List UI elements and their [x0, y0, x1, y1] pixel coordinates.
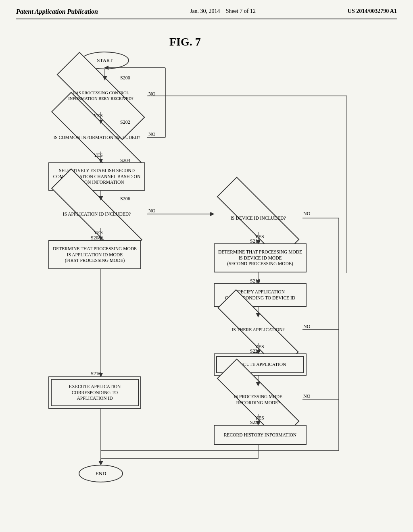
- s200-yes-label: YES: [94, 113, 103, 119]
- s222-no-label: NO: [303, 393, 310, 399]
- s200-no-label: NO: [148, 91, 155, 97]
- s202-yes-label: YES: [94, 152, 103, 158]
- diagram-area: FIG. 7 START S200 HAS PROCESSING CONTROL…: [16, 31, 397, 495]
- s206-no-label: NO: [148, 208, 155, 214]
- s224-rect: RECORD HISTORY INFORMATION: [214, 425, 307, 445]
- header: Patent Application Publication Jan. 30, …: [16, 8, 397, 19]
- header-left: Patent Application Publication: [16, 8, 98, 15]
- s222-diamond: IS PROCESSING MODE RECORDING MODE?: [214, 386, 302, 414]
- s202-no-label: NO: [148, 131, 155, 137]
- s214-rect: DETERMINE THAT PROCESSING MODE IS DEVICE…: [214, 243, 307, 272]
- page: Patent Application Publication Jan. 30, …: [0, 0, 413, 532]
- fig-title: FIG. 7: [169, 35, 201, 48]
- s206-yes-label: YES: [94, 230, 103, 236]
- s218-diamond: IS THERE APPLICATION?: [214, 317, 302, 343]
- s210-label: S210: [91, 371, 101, 377]
- end-oval: END: [79, 465, 123, 482]
- s210-rect: EXECUTE APPLICATION CORRESPONDING TO APP…: [48, 376, 141, 409]
- s212-diamond: IS DEVICE ID INCLUDED?: [214, 204, 302, 232]
- s202-diamond: IS COMMON INFORMATION INCLUDED?: [46, 123, 147, 152]
- header-right: US 2014/0032790 A1: [348, 8, 397, 15]
- s206-diamond: IS APPLICATION ID INCLUDED?: [46, 200, 147, 228]
- header-center: Jan. 30, 2014 Sheet 7 of 12: [190, 8, 256, 15]
- s218-yes-label: YES: [255, 344, 264, 350]
- s222-yes-label: YES: [255, 415, 264, 421]
- s212-no-label: NO: [303, 211, 310, 217]
- s212-yes-label: YES: [255, 234, 264, 240]
- s218-no-label: NO: [303, 324, 310, 330]
- s208-rect: DETERMINE THAT PROCESSING MODE IS APPLIC…: [48, 240, 141, 269]
